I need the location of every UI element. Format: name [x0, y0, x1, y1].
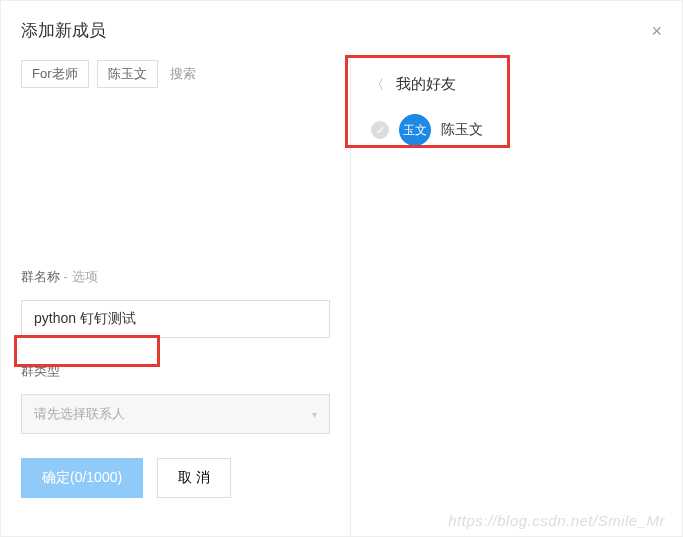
- group-name-input[interactable]: [21, 300, 330, 338]
- group-name-label: 群名称 - 选项: [21, 268, 330, 286]
- group-type-placeholder: 请先选择联系人: [34, 405, 125, 423]
- watermark: https://blog.csdn.net/Smile_Mr: [448, 512, 665, 529]
- search-row: For老师 陈玉文 搜索: [21, 60, 330, 88]
- highlight-box-friends: [345, 55, 510, 148]
- tag-chen-yuwen[interactable]: 陈玉文: [97, 60, 158, 88]
- highlight-box-groupname: [14, 335, 160, 367]
- search-placeholder[interactable]: 搜索: [170, 65, 196, 83]
- cancel-button[interactable]: 取 消: [157, 458, 231, 498]
- close-button[interactable]: ×: [651, 22, 662, 40]
- tag-for-teacher[interactable]: For老师: [21, 60, 89, 88]
- confirm-button[interactable]: 确定(0/1000): [21, 458, 143, 498]
- modal-title: 添加新成员: [21, 19, 106, 42]
- group-type-select[interactable]: 请先选择联系人 ▾: [21, 394, 330, 434]
- chevron-down-icon: ▾: [312, 409, 317, 420]
